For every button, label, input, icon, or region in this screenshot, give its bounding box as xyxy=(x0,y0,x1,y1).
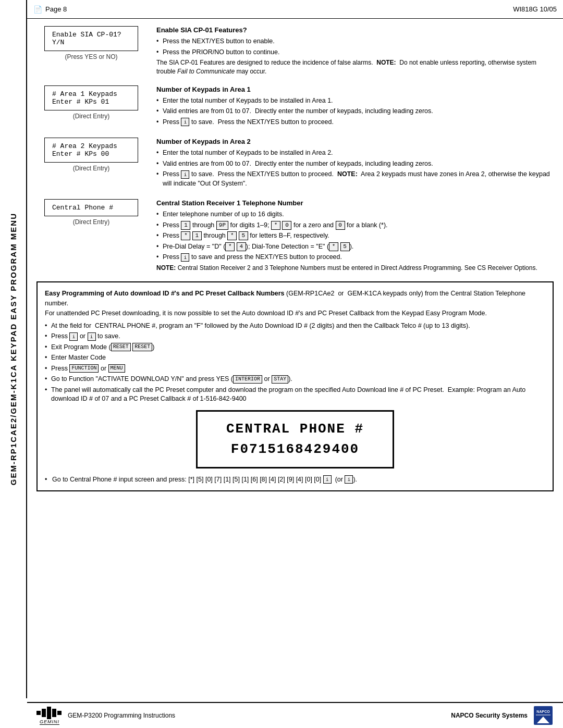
svg-rect-0 xyxy=(36,711,41,715)
bullet-item: Press * 1 through * 5 for letters B–F, r… xyxy=(156,231,554,241)
key-function: FUNCTION xyxy=(69,364,99,373)
section-kp2-bullets: Enter the total number of Keypads to be … xyxy=(156,149,554,188)
easy-prog-box: Easy Programming of Auto download ID #'s… xyxy=(36,281,554,491)
key-reset1: RESET xyxy=(111,343,131,351)
bullet-item: Enter the total number of Keypads to be … xyxy=(156,149,554,158)
svg-rect-1 xyxy=(42,709,46,717)
key-0b: 0 xyxy=(336,221,345,230)
svg-rect-4 xyxy=(57,711,62,715)
footer-right: NAPCO Security Systems NAPCO xyxy=(451,705,554,726)
napco-logo: NAPCO xyxy=(533,705,554,726)
section-kp1-bullets: Enter the total number of Keypads to be … xyxy=(156,96,554,127)
sidebar-label: GEM-RP1CAE2/GEM-K1CA KEYPAD EASY PROGRAM… xyxy=(9,213,18,485)
ep-bullet: The panel will automatically call the PC… xyxy=(45,386,545,404)
section-kp1-right: Number of Keypads in Area 1 Enter the to… xyxy=(156,85,554,129)
ep-bullets: At the field for CENTRAL PHONE #, progra… xyxy=(45,322,545,404)
lcd-kp2: # Area 2 Keypads Enter # KPs 00 xyxy=(44,138,138,163)
sidebar: GEM-RP1CAE2/GEM-K1CA KEYPAD EASY PROGRAM… xyxy=(0,0,27,698)
lcd-sia: Enable SIA CP-01? Y/N xyxy=(44,26,138,51)
section-phone-right: Central Station Receiver 1 Telephone Num… xyxy=(156,199,554,272)
bullet-item: Press i to save. Press the NEXT/YES butt… xyxy=(156,170,554,188)
bullet-item: Press the PRIOR/NO button to continue. xyxy=(156,48,554,57)
lcd-kp2-line1: # Area 2 Keypads xyxy=(52,142,130,150)
bullet-item: Press the NEXT/YES button to enable. xyxy=(156,37,554,46)
lcd-kp1-line1: # Area 1 Keypads xyxy=(52,90,130,98)
save-icon: i xyxy=(181,118,189,126)
save-icon2: i xyxy=(88,332,96,341)
section-sia: Enable SIA CP-01? Y/N (Press YES or NO) … xyxy=(36,26,554,76)
bullet-item: Press i to save and press the NEXT/YES b… xyxy=(156,253,554,262)
footer-company: NAPCO Security Systems xyxy=(451,712,528,719)
key-1: 1 xyxy=(181,221,190,230)
gemini-logo: GEMINI xyxy=(36,707,63,725)
section-sia-note: The SIA CP-01 Features are designed to r… xyxy=(156,58,554,76)
bullet-item: Valid entries are from 01 to 07. Directl… xyxy=(156,107,554,116)
bullet-item: Enter the total number of Keypads to be … xyxy=(156,96,554,106)
lcd-kp1: # Area 1 Keypads Enter # KPs 01 xyxy=(44,85,138,110)
section-kp2: # Area 2 Keypads Enter # KPs 00 (Direct … xyxy=(36,138,554,190)
footer-left: GEMINI GEM-P3200 Programming Instruction… xyxy=(36,707,175,725)
footer-doc-title: GEM-P3200 Programming Instructions xyxy=(68,712,175,719)
key-5: 5 xyxy=(239,231,248,240)
section-kp1: # Area 1 Keypads Enter # KPs 01 (Direct … xyxy=(36,85,554,129)
section-sia-left: Enable SIA CP-01? Y/N (Press YES or NO) xyxy=(36,26,146,76)
central-phone-display: CENTRAL PHONE # F0715168429400 xyxy=(196,410,394,468)
key-star: * xyxy=(271,221,280,230)
save-icon-bottom: i xyxy=(323,475,332,484)
key-star4: * xyxy=(225,242,235,251)
cp-line2: F0715168429400 xyxy=(208,439,382,460)
save-icon-bottom2: i xyxy=(345,475,353,484)
save-icon: i xyxy=(69,332,78,341)
key-stay: STAY xyxy=(272,375,288,384)
key-0: 0 xyxy=(282,221,291,230)
bullet-item: Press i to save. Press the NEXT/YES butt… xyxy=(156,118,554,127)
ep-title-para: Easy Programming of Auto download ID #'s… xyxy=(45,289,545,309)
section-sia-title: Enable SIA CP-01 Features? xyxy=(156,26,554,34)
key-star5: * xyxy=(329,242,338,251)
key-interior: INTERIOR xyxy=(233,375,262,384)
lcd-kp2-caption: (Direct Entry) xyxy=(73,165,110,172)
bullet-item: Valid entries are from 00 to 07. Directl… xyxy=(156,159,554,169)
bullet-item: Press 1 through 9P for digits 1–9; * 0 f… xyxy=(156,221,554,230)
section-kp1-left: # Area 1 Keypads Enter # KPs 01 (Direct … xyxy=(36,85,146,129)
bullet-item: Enter telephone number of up to 16 digit… xyxy=(156,210,554,219)
section-phone-left: Central Phone # (Direct Entry) xyxy=(36,199,146,272)
save-icon: i xyxy=(181,253,189,262)
section-kp2-left: # Area 2 Keypads Enter # KPs 00 (Direct … xyxy=(36,138,146,190)
header: 📄 Page 8 WI818G 10/05 xyxy=(27,0,563,19)
bottom-bullet: Go to Central Phone # input screen and p… xyxy=(45,475,545,485)
ep-bullet: Press FUNCTION or MENU xyxy=(45,364,545,374)
section-kp1-title: Number of Keypads in Area 1 xyxy=(156,85,554,93)
main-content: Enable SIA CP-01? Y/N (Press YES or NO) … xyxy=(27,19,563,702)
ep-bullet: Exit Program Mode (RESET RESET) xyxy=(45,343,545,352)
key-star3: * xyxy=(227,231,237,240)
key-menu: MENU xyxy=(108,364,125,373)
ep-body1: For unattended PC Preset downloading, it… xyxy=(45,309,545,318)
svg-rect-3 xyxy=(52,709,56,717)
ep-bold-title: Easy Programming of Auto download ID #'s… xyxy=(45,290,285,297)
key-1b: 1 xyxy=(192,231,202,240)
ep-bullet: Enter Master Code xyxy=(45,353,545,363)
footer: GEMINI GEM-P3200 Programming Instruction… xyxy=(27,702,563,728)
key-star2: * xyxy=(181,231,190,240)
section-phone-bullets: Enter telephone number of up to 16 digit… xyxy=(156,210,554,262)
ep-bullet: Go to Function "ACTIVATE DOWNLOAD Y/N" a… xyxy=(45,375,545,384)
ep-bullet: At the field for CENTRAL PHONE #, progra… xyxy=(45,322,545,331)
section-sia-bullets: Press the NEXT/YES button to enable. Pre… xyxy=(156,37,554,57)
cp-line1: CENTRAL PHONE # xyxy=(208,419,382,439)
section-kp2-right: Number of Keypads in Area 2 Enter the to… xyxy=(156,138,554,190)
lcd-sia-line2: Y/N xyxy=(52,39,130,46)
ep-bullet: Press i or i to save. xyxy=(45,332,545,341)
key-4: 4 xyxy=(237,242,246,251)
key-9p: 9P xyxy=(216,221,228,230)
lcd-sia-caption: (Press YES or NO) xyxy=(65,53,117,60)
lcd-phone-line1: Central Phone # xyxy=(52,204,130,212)
bullet-item: Pre-Dial Delay = "D" (* 4); Dial-Tone De… xyxy=(156,242,554,252)
section-kp2-title: Number of Keypads in Area 2 xyxy=(156,138,554,145)
central-phone-display-container: CENTRAL PHONE # F0715168429400 xyxy=(45,410,545,468)
lcd-phone-caption: (Direct Entry) xyxy=(73,218,110,226)
lcd-kp1-caption: (Direct Entry) xyxy=(73,113,110,120)
section-sia-right: Enable SIA CP-01 Features? Press the NEX… xyxy=(156,26,554,76)
svg-text:NAPCO: NAPCO xyxy=(536,710,550,713)
save-icon: i xyxy=(181,170,189,179)
